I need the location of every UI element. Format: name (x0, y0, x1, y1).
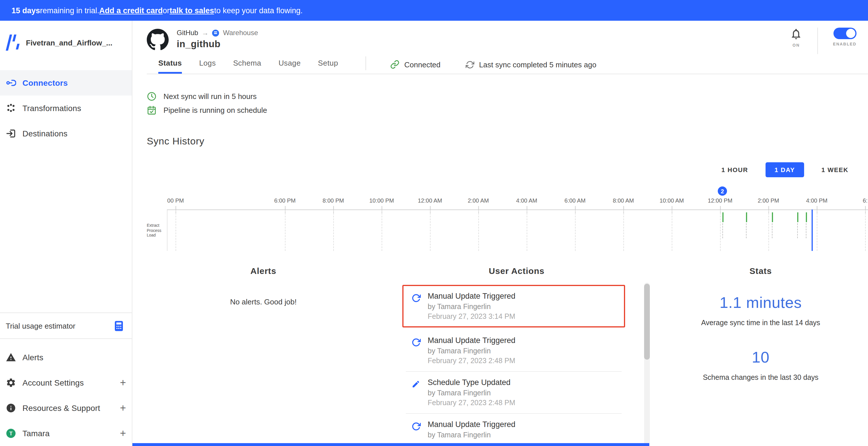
trial-banner-text: or (163, 6, 169, 15)
refresh-icon (411, 292, 428, 321)
sidebar-item-transformations[interactable]: Transformations (0, 96, 132, 121)
tab-usage[interactable]: Usage (279, 59, 301, 74)
user-action-author: by Tamara Fingerlin (428, 431, 516, 439)
row-label-load: Load (147, 233, 161, 238)
toggle-state-label: ENABLED (833, 42, 857, 46)
sync-history-timeline: Extract Process Load 2 00 PM6:00 PM8:00 … (147, 187, 868, 251)
destinations-icon (6, 128, 16, 139)
user-action-item[interactable]: Manual Update Triggered by Tamara Finger… (406, 330, 622, 372)
timeline-gridline (430, 210, 431, 251)
timeline-gridline (672, 210, 672, 251)
timeline-tick-label: 12:00 AM (418, 197, 442, 204)
sidebar-item-label: Transformations (23, 104, 81, 113)
sync-count-badge[interactable]: 2 (718, 187, 727, 196)
sidebar-item-label: Account Settings (23, 378, 84, 387)
expand-plus-icon[interactable]: + (120, 402, 126, 414)
timeline-tick-label: 4:00 AM (516, 197, 537, 204)
warehouse-icon (212, 29, 220, 36)
sidebar-item-user-tamara[interactable]: T Tamara + (0, 421, 132, 446)
timeline-gridline (575, 210, 576, 251)
timeline-gridline (623, 210, 624, 251)
talk-to-sales-link[interactable]: talk to sales (169, 6, 214, 15)
bell-icon[interactable] (790, 28, 802, 40)
tab-setup[interactable]: Setup (318, 59, 338, 74)
range-1-day-button[interactable]: 1 DAY (765, 162, 804, 177)
main-content: GitHub → Warehouse in_github ON (132, 21, 868, 446)
row-label-process: Process (147, 228, 161, 233)
calendar-check-icon (147, 105, 157, 115)
svg-text:T: T (9, 431, 12, 437)
sidebar-spacer (0, 146, 132, 313)
next-sync-message: Next sync will run in 5 hours (163, 92, 257, 101)
account-switcher[interactable]: Fivetran_and_Airflow_... (0, 21, 132, 62)
avg-sync-time-caption: Average sync time in the last 14 days (653, 319, 868, 327)
sidebar-item-alerts[interactable]: Alerts (0, 345, 132, 370)
sync-event-marker[interactable] (797, 212, 798, 222)
fivetran-logo-icon (6, 35, 20, 51)
sync-event-marker[interactable] (772, 212, 773, 222)
connector-status-messages: Next sync will run in 5 hours Pipeline i… (147, 92, 868, 115)
timeline-tick-label: 10:00 PM (369, 197, 394, 204)
add-credit-card-link[interactable]: Add a credit card (99, 6, 163, 15)
clock-icon (147, 92, 157, 101)
tab-logs[interactable]: Logs (199, 59, 216, 74)
tab-schema[interactable]: Schema (233, 59, 261, 74)
user-action-date: February 27, 2023 3:14 PM (428, 313, 516, 321)
last-sync-status: Last sync completed 5 minutes ago (466, 60, 597, 74)
timeline-tick-label: 6:00 PM (274, 197, 296, 204)
timeline-tick-label: 12:00 PM (708, 197, 733, 204)
timeline-tick-label: 6: (863, 197, 868, 204)
user-action-item[interactable]: Manual Update Triggered by Tamara Finger… (406, 414, 622, 446)
trial-banner-text: to keep your data flowing. (214, 6, 303, 15)
summary-columns: Alerts No alerts. Good job! User Actions… (147, 258, 868, 446)
timeline-left-edge (167, 210, 167, 251)
timeline-gridline (768, 210, 769, 251)
sync-event-trail (797, 223, 798, 238)
schema-changes-value: 10 (653, 349, 868, 367)
sync-event-marker[interactable] (806, 212, 807, 222)
stats-panel: Stats 1.1 minutes Average sync time in t… (653, 258, 868, 446)
trial-usage-estimator[interactable]: Trial usage estimator (0, 313, 132, 339)
info-icon (6, 403, 16, 413)
toggle-knob (846, 29, 855, 38)
range-1-hour-button[interactable]: 1 HOUR (715, 162, 755, 177)
user-action-item[interactable]: Manual Update Triggered by Tamara Finger… (402, 285, 625, 327)
user-action-author: by Tamara Fingerlin (428, 347, 516, 355)
timeline-tick-label: 6:00 AM (564, 197, 585, 204)
fivetran-app: 15 days remaining in trial. Add a credit… (0, 0, 868, 446)
sidebar-item-label: Tamara (23, 429, 50, 438)
sidebar-nav: Connectors Transformations (0, 70, 132, 146)
tab-status[interactable]: Status (158, 59, 182, 74)
sync-event-trail (772, 223, 772, 238)
range-1-week-button[interactable]: 1 WEEK (814, 162, 855, 177)
schema-changes-caption: Schema changes in the last 30 days (653, 374, 868, 382)
row-label-extract: Extract (147, 223, 161, 228)
timeline-tick-label: 8:00 AM (613, 197, 634, 204)
timeline-tick-label: 10:00 AM (660, 197, 684, 204)
connector-enabled-toggle[interactable] (833, 28, 856, 39)
sync-event-marker[interactable] (746, 212, 747, 222)
link-icon (391, 60, 400, 69)
sync-event-marker[interactable] (722, 212, 723, 222)
tabs-divider (366, 56, 366, 70)
sidebar-item-connectors[interactable]: Connectors (0, 70, 132, 96)
account-name: Fivetran_and_Airflow_... (26, 38, 113, 47)
breadcrumb-source[interactable]: GitHub (177, 29, 198, 37)
user-actions-scrollbar-thumb[interactable] (644, 284, 650, 360)
bottom-accent-bar (132, 443, 649, 446)
calculator-icon (113, 320, 125, 332)
sidebar-item-destinations[interactable]: Destinations (0, 121, 132, 146)
expand-plus-icon[interactable]: + (120, 377, 126, 389)
expand-plus-icon[interactable]: + (120, 427, 126, 439)
alerts-empty-message: No alerts. Good job! (147, 297, 380, 306)
breadcrumb-destination[interactable]: Warehouse (223, 29, 258, 37)
sidebar-item-label: Destinations (23, 129, 68, 138)
sidebar-item-resources-support[interactable]: Resources & Support + (0, 395, 132, 421)
sidebar-item-account-settings[interactable]: Account Settings + (0, 370, 132, 395)
user-action-title: Manual Update Triggered (428, 336, 516, 345)
user-action-item[interactable]: Schedule Type Updated by Tamara Fingerli… (406, 372, 622, 414)
timeline-tick-label: 4:00 PM (806, 197, 828, 204)
sync-event-trail (722, 223, 723, 238)
arrow-right-icon: → (202, 29, 209, 37)
connector-header: GitHub → Warehouse in_github (147, 29, 868, 51)
